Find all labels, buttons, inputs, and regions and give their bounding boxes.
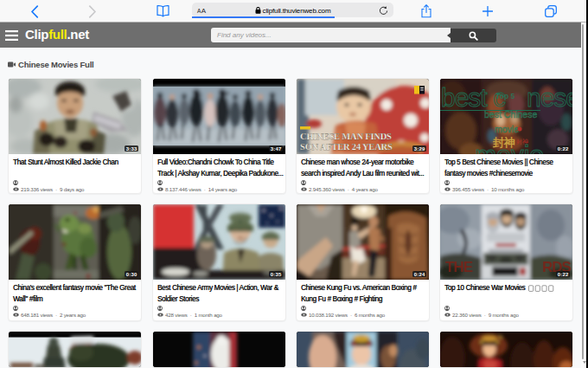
svg-text:Top 5: Top 5 xyxy=(495,92,514,100)
svg-text:best Chinese: best Chinese xyxy=(484,109,537,119)
svg-text:SON AFTER 24 YEARS: SON AFTER 24 YEARS xyxy=(300,142,393,152)
svg-text:CHINESE MAN FINDS: CHINESE MAN FINDS xyxy=(300,132,392,141)
svg-text:THE: THE xyxy=(445,259,473,275)
svg-text:movie: movie xyxy=(495,124,519,134)
svg-text:封神: 封神 xyxy=(492,136,515,149)
svg-text:nese: nese xyxy=(527,83,572,112)
svg-text:封神: 封神 xyxy=(516,139,528,145)
